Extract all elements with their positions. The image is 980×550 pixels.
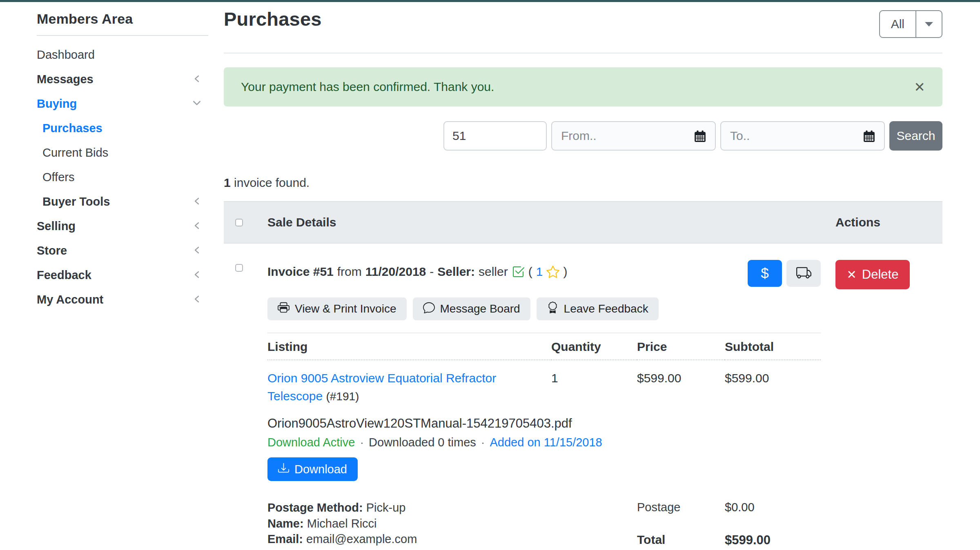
sidebar-item-buying[interactable]: Buying bbox=[37, 91, 224, 116]
payment-confirmation-alert: Your payment has been confirmed. Thank y… bbox=[224, 67, 942, 106]
filter-dropdown-label[interactable]: All bbox=[880, 11, 916, 37]
sidebar-item-store[interactable]: Store bbox=[37, 238, 224, 263]
filter-dropdown-toggle[interactable] bbox=[916, 11, 942, 37]
invoice-summary-line: Invoice #51 from 11/20/2018 - Seller: se… bbox=[267, 260, 567, 279]
date-to-input[interactable] bbox=[721, 123, 861, 149]
sidebar-item-current-bids[interactable]: Current Bids bbox=[37, 140, 224, 165]
caret-down-icon bbox=[925, 22, 933, 27]
invoice-date: 11/20/2018 bbox=[365, 265, 426, 279]
sidebar: Members Area Dashboard Messages Buying P… bbox=[37, 5, 224, 550]
date-from-field[interactable] bbox=[551, 121, 716, 151]
date-to-field[interactable] bbox=[720, 121, 885, 151]
star-icon bbox=[546, 265, 559, 278]
table-header-row: Sale Details Actions bbox=[224, 201, 942, 244]
title-divider bbox=[224, 53, 942, 53]
postage-method-line: Postage Method: Pick-up bbox=[267, 500, 637, 516]
sidebar-divider bbox=[37, 35, 208, 36]
postage-value: $0.00 bbox=[725, 500, 821, 514]
sidebar-item-buyer-tools[interactable]: Buyer Tools bbox=[37, 189, 224, 214]
listing-item-number: (#191) bbox=[326, 390, 359, 403]
sidebar-item-purchases[interactable]: Purchases bbox=[37, 116, 224, 140]
alert-message: Your payment has been confirmed. Thank y… bbox=[241, 80, 494, 94]
results-text: invoice found. bbox=[234, 176, 310, 189]
download-active-status: Download Active bbox=[267, 436, 355, 449]
sidebar-item-offers[interactable]: Offers bbox=[37, 165, 224, 189]
price-col-header: Price bbox=[637, 333, 725, 360]
date-from-input[interactable] bbox=[552, 123, 692, 149]
buyer-contact-block: Postage Method: Pick-up Name: Michael Ri… bbox=[267, 500, 637, 550]
invoice-number-input[interactable] bbox=[443, 121, 547, 151]
total-value: $599.00 bbox=[725, 533, 821, 548]
payment-status-button[interactable]: $ bbox=[748, 260, 782, 287]
message-board-button[interactable]: Message Board bbox=[413, 297, 530, 320]
listing-cell: Orion 9005 Astroview Equatorial Refracto… bbox=[267, 360, 551, 406]
select-all-checkbox[interactable] bbox=[235, 219, 243, 226]
total-label: Total bbox=[637, 533, 725, 547]
invoice-search-form: Search bbox=[224, 121, 942, 151]
sidebar-item-messages[interactable]: Messages bbox=[37, 67, 224, 91]
postage-label: Postage bbox=[637, 500, 725, 514]
shipping-status-button[interactable] bbox=[786, 260, 821, 287]
invoice-number: Invoice #51 bbox=[267, 265, 334, 279]
sidebar-item-my-account[interactable]: My Account bbox=[37, 287, 224, 312]
chevron-left-icon bbox=[193, 244, 202, 257]
price-cell: $599.00 bbox=[637, 360, 725, 406]
seller-name[interactable]: seller bbox=[479, 265, 508, 279]
results-count-line: 1 invoice found. bbox=[224, 176, 942, 190]
subtotal-col-header: Subtotal bbox=[725, 333, 821, 360]
actions-header: Actions bbox=[835, 215, 880, 229]
x-icon: ✕ bbox=[847, 269, 857, 281]
buyer-phone-line: Phone: 415 555 2144 bbox=[267, 547, 637, 550]
listing-table: Listing Quantity Price Subtotal Orion 90… bbox=[267, 333, 821, 406]
download-button[interactable]: Download bbox=[267, 457, 358, 481]
quantity-cell: 1 bbox=[551, 360, 637, 406]
row-checkbox[interactable] bbox=[235, 264, 243, 272]
listing-col-header: Listing bbox=[267, 333, 551, 360]
page-title: Purchases bbox=[224, 8, 322, 30]
file-status-line: Download Active · Downloaded 0 times · A… bbox=[267, 436, 821, 449]
leave-feedback-button[interactable]: Leave Feedback bbox=[537, 297, 659, 320]
sidebar-heading: Members Area bbox=[37, 11, 224, 27]
calendar-icon bbox=[693, 130, 707, 145]
file-name: Orion9005AstroView120STManual-1542197054… bbox=[267, 416, 821, 431]
verified-check-icon bbox=[512, 265, 525, 278]
quantity-col-header: Quantity bbox=[551, 333, 637, 360]
buyer-name-line: Name: Michael Ricci bbox=[267, 516, 637, 532]
filter-dropdown[interactable]: All bbox=[879, 10, 942, 38]
chevron-left-icon bbox=[193, 195, 202, 208]
sidebar-item-dashboard[interactable]: Dashboard bbox=[37, 42, 224, 67]
chevron-down-icon bbox=[192, 97, 202, 111]
file-added-date: Added on 11/15/2018 bbox=[490, 436, 602, 449]
view-print-invoice-button[interactable]: View & Print Invoice bbox=[267, 297, 407, 320]
buyer-email-line: Email: email@example.com bbox=[267, 531, 637, 547]
chevron-left-icon bbox=[193, 293, 202, 306]
sale-details-header: Sale Details bbox=[267, 215, 336, 229]
chevron-left-icon bbox=[193, 73, 202, 86]
chat-icon bbox=[423, 302, 435, 316]
calendar-icon bbox=[862, 130, 876, 145]
chevron-left-icon bbox=[193, 220, 202, 233]
printer-icon bbox=[278, 302, 290, 316]
subtotal-cell: $599.00 bbox=[725, 360, 821, 406]
main-content: Purchases All Your payment has been conf… bbox=[224, 5, 942, 550]
chevron-left-icon bbox=[193, 268, 202, 282]
delete-button[interactable]: ✕ Delete bbox=[835, 260, 910, 289]
search-button[interactable]: Search bbox=[889, 121, 942, 151]
order-footer: Postage Method: Pick-up Name: Michael Ri… bbox=[267, 500, 821, 550]
results-count: 1 bbox=[224, 176, 231, 189]
close-icon[interactable]: ✕ bbox=[914, 80, 925, 94]
truck-icon bbox=[796, 265, 811, 282]
sidebar-item-feedback[interactable]: Feedback bbox=[37, 263, 224, 287]
invoice-row: Invoice #51 from 11/20/2018 - Seller: se… bbox=[224, 244, 942, 550]
feedback-count[interactable]: 1 bbox=[536, 265, 543, 279]
award-icon bbox=[547, 302, 559, 316]
listing-title-link[interactable]: Orion 9005 Astroview Equatorial Refracto… bbox=[267, 371, 496, 403]
sidebar-item-selling[interactable]: Selling bbox=[37, 214, 224, 238]
download-count: Downloaded 0 times bbox=[369, 436, 476, 449]
download-icon bbox=[278, 462, 289, 476]
